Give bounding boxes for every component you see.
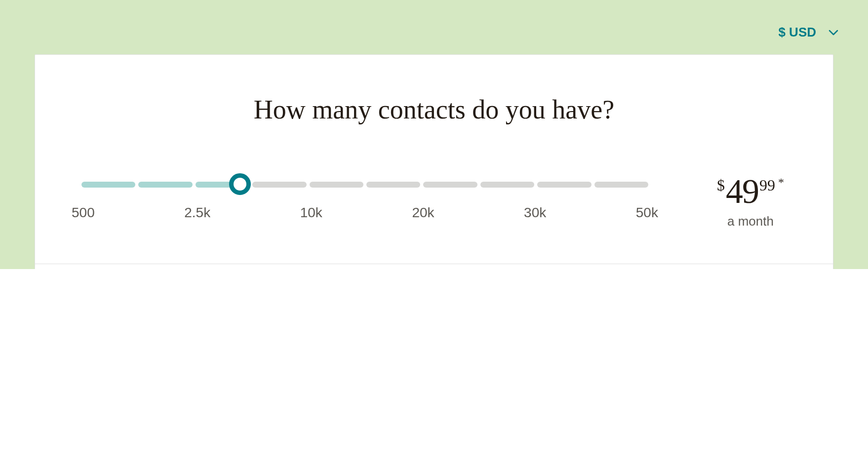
chevron-down-icon [829, 30, 838, 36]
slider-tick-label: 30k [524, 205, 546, 221]
page-background: $ USD How many contacts do you have? 500… [0, 0, 868, 269]
price-cents: 99 [759, 177, 775, 193]
slider-segment [423, 182, 477, 188]
pricing-card: How many contacts do you have? 5002.5k10… [35, 54, 833, 269]
price-period: a month [704, 214, 797, 229]
card-lower: 5,000 Contacts Buy Now [35, 264, 833, 269]
slider-segment [594, 182, 648, 188]
slider-segment [480, 182, 534, 188]
price-currency-symbol: $ [717, 177, 725, 193]
slider-price-row: 5002.5k10k20k30k50k $ 49 99 * a month [71, 174, 797, 229]
slider-tick-label: 50k [636, 205, 658, 221]
slider-segment [252, 182, 306, 188]
slider-segment [366, 182, 420, 188]
contacts-slider-area: 5002.5k10k20k30k50k [71, 174, 659, 221]
slider-segment [310, 182, 363, 188]
price-asterisk: * [778, 176, 784, 188]
contacts-slider[interactable] [81, 174, 648, 196]
card-heading: How many contacts do you have? [71, 94, 797, 125]
currency-selector[interactable]: $ USD [778, 25, 838, 40]
slider-tick-label: 20k [412, 205, 434, 221]
currency-label: $ USD [778, 25, 816, 40]
price-line: $ 49 99 * [704, 174, 797, 209]
slider-tick-label: 2.5k [184, 205, 210, 221]
slider-track [81, 182, 648, 188]
price-display: $ 49 99 * a month [704, 174, 797, 229]
card-upper: How many contacts do you have? 5002.5k10… [35, 55, 833, 264]
slider-tick-label: 500 [72, 205, 95, 221]
slider-segment [81, 182, 135, 188]
slider-segment [138, 182, 192, 188]
slider-labels: 5002.5k10k20k30k50k [71, 205, 659, 221]
price-whole: 49 [726, 174, 758, 209]
slider-tick-label: 10k [300, 205, 322, 221]
slider-segment [537, 182, 591, 188]
slider-thumb[interactable] [229, 173, 251, 195]
